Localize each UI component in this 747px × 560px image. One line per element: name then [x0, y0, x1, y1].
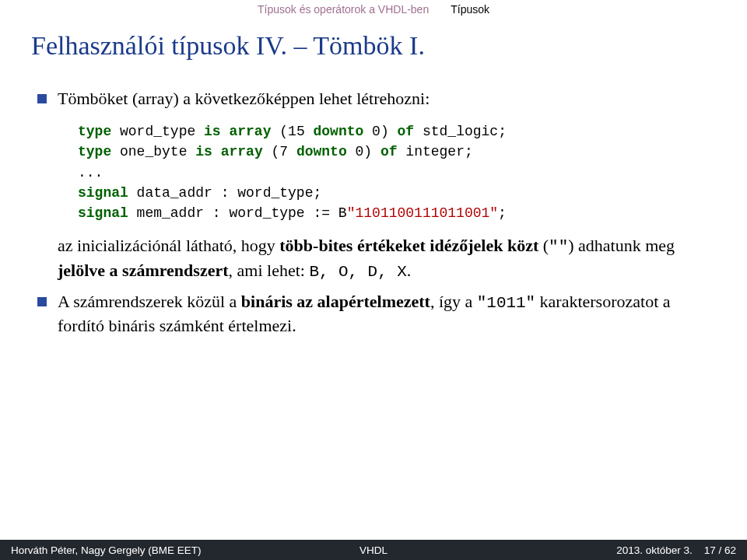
bullet-1: Tömböket (array) a következőképpen lehet… [37, 87, 710, 284]
footer-title: VHDL [253, 544, 495, 556]
breadcrumb-subsection: Típusok [451, 3, 489, 16]
page-title: Felhasználói típusok IV. – Tömbök I. [31, 31, 747, 61]
breadcrumb-section: Típusok és operátorok a VHDL-ben [258, 3, 429, 16]
breadcrumb: Típusok és operátorok a VHDL-ben Típusok [0, 0, 747, 17]
bullet-1-intro: Tömböket (array) a következőképpen lehet… [58, 87, 710, 110]
footer-date: 2013. október 3. [616, 544, 693, 556]
bullet-2-text: A számrendszerek közül a bináris az alap… [58, 290, 710, 338]
code-block: type word_type is array (15 downto 0) of… [78, 121, 710, 222]
footer-author: Horváth Péter, Nagy Gergely (BME EET) [0, 544, 253, 556]
footer-page: 17 / 62 [704, 544, 736, 556]
bullet-icon [37, 94, 47, 103]
footer: Horváth Péter, Nagy Gergely (BME EET) VH… [0, 540, 747, 560]
content: Tömböket (array) a következőképpen lehet… [37, 87, 710, 338]
bullet-icon [37, 297, 47, 306]
bullet-1-note: az inicializációnál látható, hogy több-b… [58, 234, 710, 284]
bullet-2: A számrendszerek közül a bináris az alap… [37, 290, 710, 338]
footer-right: 2013. október 3. 17 / 62 [494, 544, 747, 556]
